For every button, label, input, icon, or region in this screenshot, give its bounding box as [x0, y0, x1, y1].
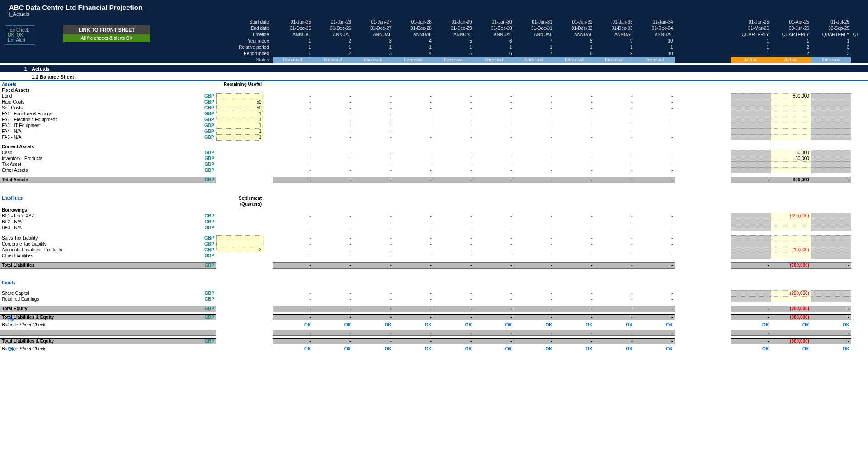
status-row: StatusForecastForecastForecastForecastFo… [0, 57, 868, 63]
row-corp-tax: Corporate Tax LiabilityGBP---------- [0, 241, 868, 247]
row-other-liab: Other LiabilitiesGBP---------- [0, 253, 868, 259]
row-fa3: FA3 - IT EquipmentGBP1---------- [0, 123, 868, 128]
section-bar: 1Actuals [0, 65, 868, 72]
tab-check-box: Tab Check OK OK Err Alert [5, 25, 35, 45]
row-total-assets: Total AssetsGBP-----------900,000- [0, 177, 868, 183]
subsection-title: 1.2 Balance Sheet [0, 72, 868, 81]
row-soft: Soft CostsGBP50---------- [0, 105, 868, 111]
row-total-equity: Total EquityGBP-----------(200,000)- [0, 306, 868, 312]
page-title: ABC Data Centre Ltd Financial Projection [0, 2, 868, 11]
row-share-capital: Share CapitalGBP----------(200,000) [0, 290, 868, 296]
row-check-dup: Balance Sheet CheckOKOKOKOKOKOKOKOKOKOKO… [0, 346, 868, 352]
sheet-name: i_Actuals [0, 11, 868, 19]
header: ABC Data Centre Ltd Financial Projection… [0, 0, 868, 63]
equity-heading: Equity [0, 280, 198, 286]
row-fa4: FA4 - N/AGBP1---------- [0, 128, 868, 134]
left-ok-1: OK [8, 317, 15, 322]
fixed-assets-heading: Fixed Assets [0, 87, 198, 93]
row-other-assets: Other AssetsGBP---------- [0, 167, 868, 173]
row-fa2: FA2 - Electronic EquipmentGBP1---------- [0, 117, 868, 123]
row-total-eq-dup: ------------ [0, 330, 868, 335]
period-index-row: Period index12345678910123 [0, 50, 868, 57]
row-fa5: FA5 - N/AGBP1---------- [0, 134, 868, 140]
balance-sheet-table: AssetsRemaining Useful Fixed Assets Land… [0, 81, 868, 352]
row-total-liab: Total LiabilitiesGBP-----------(700,000)… [0, 262, 868, 268]
row-land: LandGBP----------800,000 [0, 93, 868, 99]
link-box: LINK TO FRONT SHEET All file checks & al… [63, 25, 150, 42]
link-front-button[interactable]: LINK TO FRONT SHEET [63, 25, 150, 34]
row-tax-asset: Tax AssetGBP---------- [0, 161, 868, 167]
row-total-le-dup: Total Liabilities & EquityGBP-----------… [0, 338, 868, 344]
row-ap: Accounts Payables - ProductsGBP2--------… [0, 247, 868, 253]
check-alert: Alert [16, 38, 25, 43]
checks-ok-badge: All file checks & alerts OK [63, 34, 150, 42]
row-cash: CashGBP----------50,000 [0, 150, 868, 156]
row-bf2: BF2 - N/AGBP---------- [0, 219, 868, 225]
borrowings-heading: Borrowings [0, 207, 198, 213]
start-date-row: Start date01-Jan-2501-Jan-2601-Jan-2701-… [0, 19, 868, 25]
remaining-useful-header: Remaining Useful [216, 81, 264, 87]
left-ok-2: OK [8, 347, 15, 352]
row-bf1: BF1 - Loan XYZGBP----------(690,000) [0, 213, 868, 219]
current-assets-heading: Current Assets [0, 144, 198, 150]
check-ok1: OK [8, 33, 14, 38]
row-bf3: BF3 - N/AGBP---------- [0, 225, 868, 231]
row-check: Balance Sheet CheckOKOKOKOKOKOKOKOKOKOKO… [0, 322, 868, 328]
liabilities-heading: Liabilities [0, 195, 198, 201]
row-retained: Retained EarningsGBP---------- [0, 296, 868, 302]
row-inventory: Inventory - ProductsGBP----------50,000 [0, 156, 868, 161]
tab-check-title: Tab Check [8, 28, 32, 33]
row-hard: Hard CostsGBP50---------- [0, 99, 868, 105]
assets-heading: Assets [0, 81, 198, 87]
settlement-header: Settlement [216, 195, 264, 201]
row-sales-tax: Sales Tax LiabilityGBP---------- [0, 235, 868, 241]
check-err: Err [8, 38, 14, 43]
check-ok2: OK [17, 33, 23, 38]
relative-period-row: Relative period1111111111123 [0, 44, 868, 50]
row-total-le: Total Liabilities & EquityGBP-----------… [0, 314, 868, 320]
row-fa1: FA1 - Furniture & FittingsGBP1---------- [0, 111, 868, 117]
